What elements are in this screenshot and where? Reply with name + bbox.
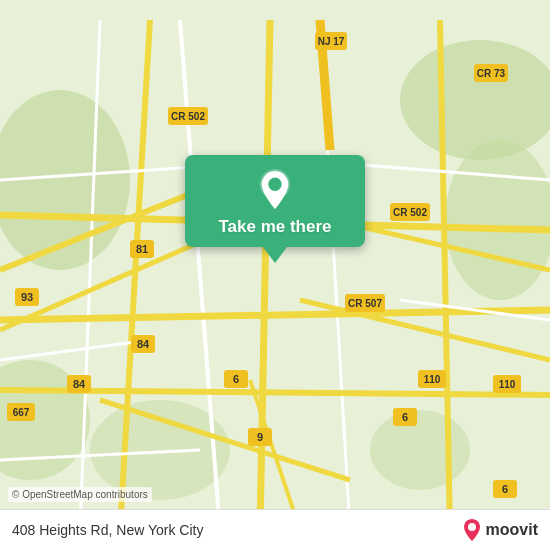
- location-popup: Take me there: [185, 155, 365, 263]
- svg-point-3: [445, 140, 550, 300]
- moovit-pin-icon: [462, 518, 482, 542]
- popup-box: Take me there: [185, 155, 365, 247]
- svg-text:110: 110: [424, 374, 441, 385]
- svg-text:667: 667: [13, 407, 30, 418]
- svg-text:110: 110: [499, 379, 516, 390]
- svg-text:6: 6: [502, 483, 508, 495]
- svg-point-5: [370, 410, 470, 490]
- map-background: NJ 17 CR 73 CR 502 CR 502 81 84 93 84 66…: [0, 0, 550, 550]
- map-container: NJ 17 CR 73 CR 502 CR 502 81 84 93 84 66…: [0, 0, 550, 550]
- svg-text:84: 84: [73, 378, 86, 390]
- svg-text:9: 9: [257, 431, 263, 443]
- svg-text:81: 81: [136, 243, 148, 255]
- location-pin-icon: [257, 169, 293, 211]
- svg-text:CR 502: CR 502: [393, 207, 427, 218]
- svg-point-61: [268, 178, 281, 191]
- address-text: 408 Heights Rd, New York City: [12, 522, 203, 538]
- svg-text:6: 6: [402, 411, 408, 423]
- svg-text:CR 502: CR 502: [171, 111, 205, 122]
- svg-text:CR 73: CR 73: [477, 68, 506, 79]
- bottom-bar: 408 Heights Rd, New York City moovit: [0, 509, 550, 550]
- moovit-logo: moovit: [462, 518, 538, 542]
- svg-text:6: 6: [233, 373, 239, 385]
- popup-triangle: [263, 247, 287, 263]
- svg-text:93: 93: [21, 291, 33, 303]
- svg-text:NJ 17: NJ 17: [318, 36, 345, 47]
- svg-text:84: 84: [137, 338, 150, 350]
- svg-text:CR 507: CR 507: [348, 298, 382, 309]
- take-me-there-button[interactable]: Take me there: [218, 217, 331, 237]
- svg-point-62: [468, 523, 476, 531]
- map-attribution: © OpenStreetMap contributors: [8, 487, 152, 502]
- moovit-brand-name: moovit: [486, 521, 538, 539]
